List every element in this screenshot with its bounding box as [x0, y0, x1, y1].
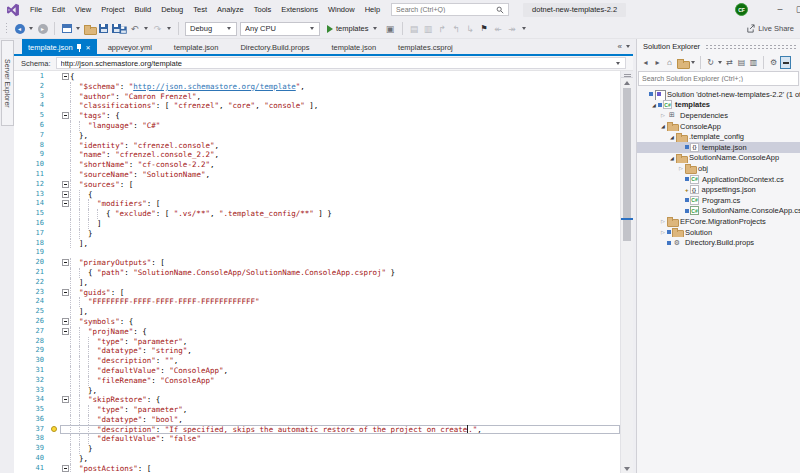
- menu-build[interactable]: Build: [130, 0, 157, 19]
- tree-item-solution[interactable]: ▷Solution: [637, 227, 800, 238]
- code-line-20[interactable]: 20"primaryOutputs": [: [14, 258, 620, 268]
- step-into-icon[interactable]: ↱: [437, 22, 448, 35]
- chevron-down-icon[interactable]: [144, 27, 148, 30]
- menu-window[interactable]: Window: [323, 0, 360, 19]
- collapse-region-icon[interactable]: [62, 289, 69, 296]
- collapse-region-icon[interactable]: [62, 200, 69, 207]
- tree-item-template.json[interactable]: {}template.json: [637, 142, 800, 153]
- step-out-icon[interactable]: ↳: [465, 22, 476, 35]
- collapse-region-icon[interactable]: [62, 318, 69, 325]
- code-line-26[interactable]: 26"symbols": {: [14, 317, 620, 327]
- expander-collapsed-icon[interactable]: ▷: [659, 229, 667, 235]
- solution-explorer-search[interactable]: [638, 71, 799, 86]
- switch-views-icon[interactable]: [676, 56, 689, 69]
- code-line-27[interactable]: 27"projName": {: [14, 327, 620, 337]
- code-line-3[interactable]: 3"author": "Camron Frenzel",: [14, 92, 620, 102]
- break-all-icon[interactable]: ▤: [409, 22, 420, 35]
- collapse-region-icon[interactable]: [62, 259, 69, 266]
- menu-edit[interactable]: Edit: [47, 0, 70, 19]
- code-line-13[interactable]: 13{: [14, 190, 620, 200]
- code-line-19[interactable]: 19: [14, 248, 620, 258]
- menu-test[interactable]: Test: [188, 0, 212, 19]
- schema-combobox[interactable]: http://json.schemastore.org/template: [56, 57, 626, 69]
- tree-item-dependencies[interactable]: ▷⊞Dependencies: [637, 110, 800, 121]
- menu-help[interactable]: Help: [360, 0, 385, 19]
- tree-item-.template-config[interactable]: ◢.template_config: [637, 131, 800, 142]
- splitter-gripper[interactable]: [621, 71, 633, 78]
- restart-icon[interactable]: ▥: [423, 22, 434, 35]
- menu-debug[interactable]: Debug: [156, 0, 188, 19]
- solution-platform-dropdown[interactable]: Any CPU: [240, 22, 320, 36]
- tree-item-templates[interactable]: ◢C#templates: [637, 100, 800, 111]
- chevron-down-icon[interactable]: [167, 27, 171, 30]
- code-line-32[interactable]: 32"fileRename": "ConsoleApp": [14, 376, 620, 386]
- close-icon[interactable]: ✕: [86, 44, 91, 51]
- scroll-up-icon[interactable]: [621, 78, 633, 87]
- search-input[interactable]: [396, 6, 496, 13]
- tree-item-applicationdbcontext.cs[interactable]: C#ApplicationDbContext.cs: [637, 174, 800, 185]
- code-line-23[interactable]: 23"guids": [: [14, 288, 620, 298]
- menu-project[interactable]: Project: [96, 0, 129, 19]
- code-line-41[interactable]: 41"postActions": [: [14, 464, 620, 473]
- code-line-10[interactable]: 10"shortName": "cf-console-2.2",: [14, 160, 620, 170]
- code-line-24[interactable]: 24"FFFFFFFF-FFFF-FFFF-FFFF-FFFFFFFFFFFF": [14, 297, 620, 307]
- tree-item-efcore.migrationprojects[interactable]: ▷EFCore.MigrationProjects: [637, 216, 800, 227]
- chevron-down-icon[interactable]: [616, 62, 620, 65]
- toolbar-grip[interactable]: [5, 22, 9, 35]
- solution-explorer-header[interactable]: Solution Explorer: [637, 39, 800, 54]
- code-line-30[interactable]: 30"description": "",: [14, 356, 620, 366]
- code-line-40[interactable]: 40},: [14, 454, 620, 464]
- expander-expanded-icon[interactable]: ◢: [650, 102, 658, 108]
- start-debugging-button[interactable]: templates: [323, 21, 382, 36]
- tab-template.json[interactable]: template.json✕: [22, 39, 97, 56]
- menu-tools[interactable]: Tools: [249, 0, 277, 19]
- chevron-down-icon[interactable]: [691, 61, 695, 64]
- previous-bookmark-icon[interactable]: ↞: [493, 22, 504, 35]
- sync-with-active-document-icon[interactable]: ⇄: [724, 56, 735, 69]
- chevron-down-icon[interactable]: [718, 61, 722, 64]
- navigate-back-button[interactable]: ◄: [14, 22, 25, 35]
- code-line-9[interactable]: 9"name": "cfrenzel.console_2.2",: [14, 150, 620, 160]
- navigate-forward-button[interactable]: ►: [37, 22, 48, 35]
- collapse-region-icon[interactable]: [62, 191, 69, 198]
- expander-collapsed-icon[interactable]: ▷: [659, 112, 667, 118]
- step-over-icon[interactable]: ↰: [451, 22, 462, 35]
- save-all-button[interactable]: [112, 22, 126, 35]
- back-icon[interactable]: ◂: [640, 56, 651, 69]
- collapse-all-icon[interactable]: [780, 56, 791, 69]
- expander-collapsed-icon[interactable]: ▷: [659, 218, 667, 224]
- code-line-6[interactable]: 6"language": "C#": [14, 121, 620, 131]
- tree-item-solution-dotnet-new-templates-2.2-1-of-1-project-[interactable]: Solution 'dotnet-new-templates-2.2' (1 o…: [637, 89, 800, 100]
- menu-view[interactable]: View: [70, 0, 96, 19]
- tab-appveyor.yml[interactable]: appveyor.yml: [97, 39, 163, 56]
- undo-button[interactable]: ↶: [129, 22, 140, 35]
- code-line-31[interactable]: 31"defaultValue": "ConsoleApp",: [14, 366, 620, 376]
- code-line-35[interactable]: 35"type": "parameter",: [14, 405, 620, 415]
- code-line-16[interactable]: 16]: [14, 219, 620, 229]
- code-line-36[interactable]: 36"datatype": "bool",: [14, 415, 620, 425]
- editor-vertical-scrollbar[interactable]: [620, 71, 633, 473]
- collapse-region-icon[interactable]: [62, 112, 69, 119]
- tree-item-obj[interactable]: ▷obj: [637, 163, 800, 174]
- code-line-21[interactable]: 21{ "path": "SolutionName.ConsoleApp/Sol…: [14, 268, 620, 278]
- code-line-28[interactable]: 28"type": "parameter",: [14, 337, 620, 347]
- chevron-down-icon[interactable]: [29, 27, 33, 30]
- properties-wrench-icon[interactable]: ⚙: [768, 56, 779, 69]
- tab-template.json[interactable]: template.json: [163, 39, 230, 56]
- live-share-button[interactable]: Live Share: [746, 24, 794, 33]
- scroll-tabs-icon[interactable]: «: [618, 42, 622, 51]
- tree-item-appsettings.json[interactable]: +{}appsettings.json: [637, 184, 800, 195]
- tree-item-solutionname.consoleapp.csproj[interactable]: C#SolutionName.ConsoleApp.csproj: [637, 206, 800, 217]
- scrollbar-track[interactable]: [621, 87, 633, 464]
- panel-drag-grip[interactable]: [705, 44, 796, 50]
- code-line-18[interactable]: 18],: [14, 239, 620, 249]
- tree-item-directory.build.props[interactable]: ⚙Directory.Build.props: [637, 237, 800, 248]
- code-line-7[interactable]: 7},: [14, 131, 620, 141]
- home-icon[interactable]: ⌂: [664, 56, 675, 69]
- code-line-8[interactable]: 8"identity": "cfrenzel.console",: [14, 141, 620, 151]
- pending-changes-filter-icon[interactable]: ↻: [705, 56, 716, 69]
- code-line-29[interactable]: 29"datatype": "string",: [14, 346, 620, 356]
- maximize-button[interactable]: ▢: [790, 0, 800, 19]
- collapse-region-icon[interactable]: [62, 73, 69, 80]
- open-file-button[interactable]: [84, 22, 95, 35]
